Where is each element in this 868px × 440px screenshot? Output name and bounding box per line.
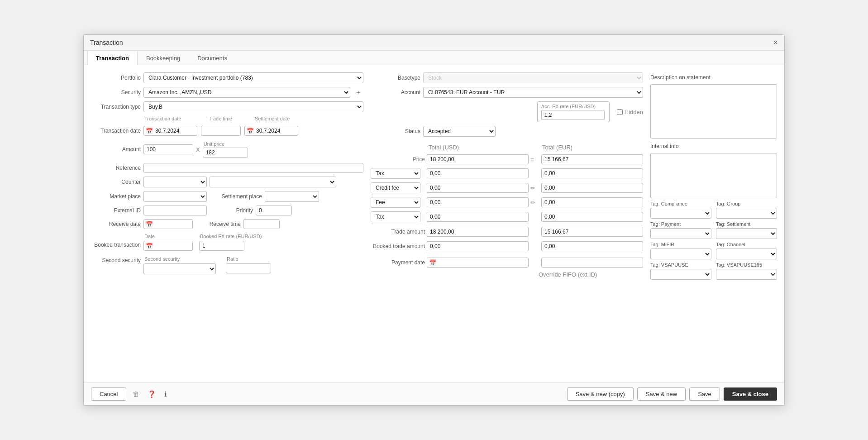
modal-title: Transaction bbox=[90, 39, 123, 46]
receive-row: Receive date 📅 Receive time bbox=[91, 219, 363, 229]
ratio-col: Ratio bbox=[226, 256, 271, 262]
transaction-date-input[interactable] bbox=[154, 127, 195, 134]
settlement-date-input[interactable] bbox=[255, 127, 296, 134]
trade-time-input[interactable] bbox=[201, 126, 241, 136]
booked-trade-amount-eur-input[interactable] bbox=[541, 241, 643, 251]
modal-footer: Cancel 🗑 ❓ ℹ Save & new (copy) Save & ne… bbox=[84, 383, 784, 405]
edit-icon-1[interactable]: ✏ bbox=[530, 185, 539, 191]
fee-eur-input[interactable] bbox=[541, 197, 643, 207]
help-button[interactable]: ❓ bbox=[146, 389, 158, 399]
close-button[interactable]: × bbox=[773, 38, 778, 47]
price-usd-input[interactable] bbox=[427, 154, 529, 164]
portfolio-row: Portfolio Clara Customer - Investment po… bbox=[91, 72, 363, 83]
credit-fee-usd-input[interactable] bbox=[427, 183, 529, 193]
right-column: Description on statement Internal info T… bbox=[650, 72, 777, 280]
priority-input[interactable] bbox=[256, 206, 292, 215]
tax-select[interactable]: Tax bbox=[371, 168, 420, 179]
left-column: Portfolio Clara Customer - Investment po… bbox=[91, 72, 363, 280]
unit-price-input[interactable] bbox=[203, 148, 248, 158]
tax2-eur-input[interactable] bbox=[541, 212, 643, 222]
tag-row-1: Tag: Compliance Tag: Group bbox=[650, 201, 777, 219]
status-row: Status Accepted bbox=[371, 126, 643, 137]
save-new-button[interactable]: Save & new bbox=[637, 387, 686, 401]
ratio-input[interactable] bbox=[226, 263, 271, 273]
settlement-date-col-header: Settlement date bbox=[254, 116, 313, 121]
payment-date-input[interactable] bbox=[438, 259, 469, 266]
account-select[interactable]: CL876543: EUR Account - EUR bbox=[423, 87, 643, 98]
tag-payment-select[interactable] bbox=[650, 228, 711, 239]
trade-amount-usd-input[interactable] bbox=[427, 227, 529, 237]
delete-button[interactable]: 🗑 bbox=[131, 389, 141, 399]
tag-vsapuuse165-col: Tag: VSAPUUSE165 bbox=[716, 262, 777, 280]
hidden-check: Hidden bbox=[617, 109, 643, 115]
market-settlement-row: Market place Settlement place bbox=[91, 191, 363, 202]
security-label: Security bbox=[91, 89, 141, 96]
x-sign: X bbox=[196, 146, 200, 153]
hidden-label: Hidden bbox=[625, 109, 643, 115]
credit-fee-select[interactable]: Credit fee bbox=[371, 182, 420, 193]
market-place-select[interactable] bbox=[143, 191, 207, 202]
info-button[interactable]: ℹ bbox=[162, 389, 169, 399]
fee-usd-input[interactable] bbox=[427, 197, 529, 207]
tag-compliance-select[interactable] bbox=[650, 208, 711, 219]
description-textarea[interactable] bbox=[650, 84, 777, 139]
tag-payment-col: Tag: Payment bbox=[650, 221, 711, 239]
edit-icon-2[interactable]: ✏ bbox=[530, 199, 539, 206]
security-select[interactable]: Amazon Inc. ,AMZN,,USD bbox=[143, 87, 350, 98]
tax2-usd-input[interactable] bbox=[427, 212, 529, 222]
credit-fee-eur-input[interactable] bbox=[541, 183, 643, 193]
save-button[interactable]: Save bbox=[689, 387, 720, 401]
booked-trade-amount-usd-input[interactable] bbox=[427, 241, 529, 251]
tag-channel-select[interactable] bbox=[716, 249, 777, 259]
cancel-button[interactable]: Cancel bbox=[91, 387, 126, 401]
trade-amount-eur-input[interactable] bbox=[541, 227, 643, 237]
hidden-checkbox[interactable] bbox=[617, 109, 623, 115]
tab-documents[interactable]: Documents bbox=[189, 51, 236, 65]
tag-group-select[interactable] bbox=[716, 208, 777, 219]
internal-info-textarea[interactable] bbox=[650, 153, 777, 198]
override-label-row: Override FIFO (ext ID) bbox=[371, 271, 643, 278]
booked-date-input[interactable] bbox=[154, 242, 191, 249]
calendar-icon-2: 📅 bbox=[247, 128, 254, 134]
counter-select-2[interactable] bbox=[210, 177, 336, 187]
booked-transaction-label: Booked transaction bbox=[91, 234, 141, 248]
amount-input[interactable] bbox=[143, 144, 193, 154]
reference-input[interactable] bbox=[143, 163, 363, 173]
counter-select-1[interactable] bbox=[143, 177, 207, 187]
settlement-place-select[interactable] bbox=[265, 191, 319, 202]
receive-time-input[interactable] bbox=[243, 219, 280, 229]
booked-fx-input[interactable] bbox=[199, 241, 244, 251]
add-security-button[interactable]: ＋ bbox=[353, 87, 363, 98]
tag-mifir-select[interactable] bbox=[650, 249, 711, 259]
transaction-type-select[interactable]: Buy,B bbox=[143, 101, 363, 112]
tag-vsapuuse165-label: Tag: VSAPUUSE165 bbox=[716, 262, 777, 268]
save-new-copy-button[interactable]: Save & new (copy) bbox=[567, 387, 634, 401]
price-eur-input[interactable] bbox=[541, 154, 643, 164]
tax2-row: Tax bbox=[371, 211, 643, 222]
override-fifo-input[interactable] bbox=[541, 258, 643, 268]
tab-bookkeeping[interactable]: Bookkeeping bbox=[138, 51, 189, 65]
status-select[interactable]: Accepted bbox=[423, 126, 496, 137]
tax2-select[interactable]: Tax bbox=[371, 211, 420, 222]
tax-eur-input[interactable] bbox=[541, 168, 643, 178]
transaction-date-input-wrap: 📅 bbox=[143, 126, 197, 136]
tag-vsapuuse-select[interactable] bbox=[650, 269, 711, 280]
tax-usd-input[interactable] bbox=[427, 168, 529, 178]
tag-settlement-select[interactable] bbox=[716, 228, 777, 239]
transaction-date-row: Transaction date 📅 📅 bbox=[91, 126, 363, 136]
second-security-select[interactable] bbox=[143, 263, 216, 274]
settlement-date-input-wrap: 📅 bbox=[244, 126, 298, 136]
tax-row: Tax bbox=[371, 168, 643, 179]
save-close-button[interactable]: Save & close bbox=[724, 387, 777, 401]
price-label: Price bbox=[371, 156, 425, 163]
tag-vsapuuse165-select[interactable] bbox=[716, 269, 777, 280]
fee-select[interactable]: Fee bbox=[371, 197, 420, 208]
tag-channel-col: Tag: Channel bbox=[716, 242, 777, 259]
tab-transaction[interactable]: Transaction bbox=[87, 51, 138, 65]
external-id-input[interactable] bbox=[143, 206, 207, 215]
counter-row: Counter bbox=[91, 177, 363, 187]
portfolio-select[interactable]: Clara Customer - Investment portfolio (7… bbox=[143, 72, 363, 83]
receive-date-input[interactable] bbox=[154, 220, 191, 228]
second-security-row: Second security Second security Ratio bbox=[91, 256, 363, 274]
acc-fx-input[interactable] bbox=[541, 110, 605, 120]
